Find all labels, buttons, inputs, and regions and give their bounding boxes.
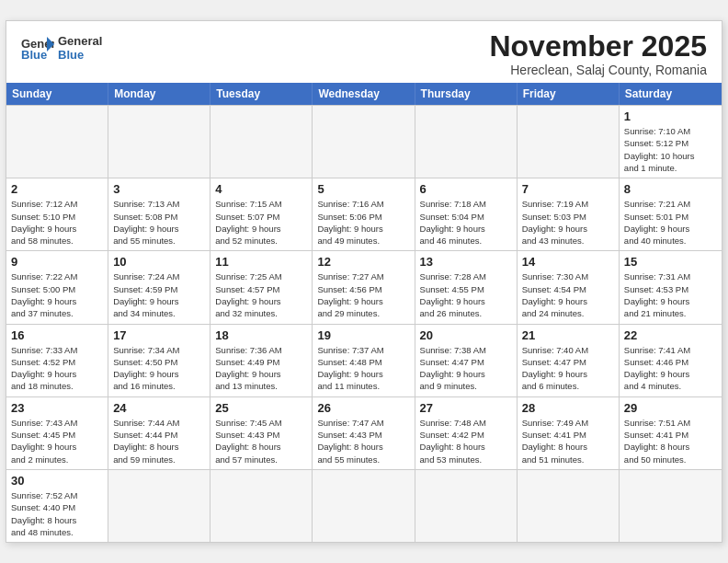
empty-cell [415,106,518,178]
day-number: 17 [113,328,205,342]
day-cell-19: 19Sunrise: 7:37 AMSunset: 4:48 PMDayligh… [313,325,415,397]
cell-info: Sunrise: 7:19 AMSunset: 5:03 PMDaylight:… [522,198,614,247]
day-number: 13 [420,255,512,269]
day-number: 21 [522,328,614,342]
day-cell-22: 22Sunrise: 7:41 AMSunset: 4:46 PMDayligh… [620,325,722,397]
day-cell-14: 14Sunrise: 7:30 AMSunset: 4:54 PMDayligh… [518,251,620,324]
day-number: 9 [11,255,103,269]
empty-cell [210,106,313,178]
day-cell-9: 9Sunrise: 7:22 AMSunset: 5:00 PMDaylight… [6,251,108,324]
day-number: 8 [624,182,717,196]
day-number: 22 [624,328,717,342]
svg-text:Blue: Blue [21,48,47,61]
day-cell-26: 26Sunrise: 7:47 AMSunset: 4:43 PMDayligh… [313,397,415,470]
cell-info: Sunrise: 7:36 AMSunset: 4:49 PMDaylight:… [215,344,307,393]
empty-cell [518,106,620,178]
day-cell-15: 15Sunrise: 7:31 AMSunset: 4:53 PMDayligh… [620,251,722,324]
calendar-container: General Blue General Blue November 2025 … [6,20,722,543]
day-number: 15 [624,255,717,269]
day-cell-17: 17Sunrise: 7:34 AMSunset: 4:50 PMDayligh… [108,325,210,397]
day-number: 12 [317,255,409,269]
day-number: 26 [317,401,409,415]
cell-info: Sunrise: 7:21 AMSunset: 5:01 PMDaylight:… [624,198,717,247]
cell-info: Sunrise: 7:49 AMSunset: 4:41 PMDaylight:… [522,417,614,465]
day-number: 2 [11,182,103,196]
day-cell-5: 5Sunrise: 7:16 AMSunset: 5:06 PMDaylight… [313,178,415,251]
day-cell-11: 11Sunrise: 7:25 AMSunset: 4:57 PMDayligh… [210,251,313,324]
calendar-header: General Blue General Blue November 2025 … [6,21,722,83]
empty-cell [620,470,722,542]
cell-info: Sunrise: 7:45 AMSunset: 4:43 PMDaylight:… [215,417,307,465]
cell-info: Sunrise: 7:18 AMSunset: 5:04 PMDaylight:… [420,198,512,247]
day-cell-28: 28Sunrise: 7:49 AMSunset: 4:41 PMDayligh… [518,397,620,470]
cell-info: Sunrise: 7:43 AMSunset: 4:45 PMDaylight:… [11,417,103,465]
day-cell-6: 6Sunrise: 7:18 AMSunset: 5:04 PMDaylight… [415,178,518,251]
day-cell-4: 4Sunrise: 7:15 AMSunset: 5:07 PMDaylight… [210,178,313,251]
cell-info: Sunrise: 7:33 AMSunset: 4:52 PMDaylight:… [11,344,103,393]
day-header-tuesday: Tuesday [210,83,313,105]
cell-info: Sunrise: 7:41 AMSunset: 4:46 PMDaylight:… [624,344,717,393]
day-header-sunday: Sunday [6,83,108,105]
cell-info: Sunrise: 7:27 AMSunset: 4:56 PMDaylight:… [317,270,409,319]
day-number: 20 [420,328,512,342]
day-number: 7 [522,182,614,196]
day-cell-25: 25Sunrise: 7:45 AMSunset: 4:43 PMDayligh… [210,397,313,470]
logo-general: General [58,34,102,48]
day-cell-12: 12Sunrise: 7:27 AMSunset: 4:56 PMDayligh… [313,251,415,324]
cell-info: Sunrise: 7:34 AMSunset: 4:50 PMDaylight:… [113,344,205,393]
day-headers: SundayMondayTuesdayWednesdayThursdayFrid… [6,83,722,105]
day-cell-29: 29Sunrise: 7:51 AMSunset: 4:41 PMDayligh… [620,397,722,470]
empty-cell [108,470,210,542]
location-title: Hereclean, Salaj County, Romania [489,63,707,77]
cell-info: Sunrise: 7:25 AMSunset: 4:57 PMDaylight:… [215,270,307,319]
cell-info: Sunrise: 7:10 AMSunset: 5:12 PMDaylight:… [624,125,717,174]
cell-info: Sunrise: 7:52 AMSunset: 4:40 PMDaylight:… [11,489,103,538]
empty-cell [6,106,108,178]
cell-info: Sunrise: 7:15 AMSunset: 5:07 PMDaylight:… [215,198,307,247]
day-number: 28 [522,401,614,415]
day-number: 18 [215,328,307,342]
cell-info: Sunrise: 7:13 AMSunset: 5:08 PMDaylight:… [113,198,205,247]
day-cell-8: 8Sunrise: 7:21 AMSunset: 5:01 PMDaylight… [620,178,722,251]
cell-info: Sunrise: 7:22 AMSunset: 5:00 PMDaylight:… [11,270,103,319]
logo-icon: General Blue [21,35,54,61]
day-header-monday: Monday [108,83,210,105]
empty-cell [415,470,518,542]
day-number: 6 [420,182,512,196]
day-cell-13: 13Sunrise: 7:28 AMSunset: 4:55 PMDayligh… [415,251,518,324]
day-cell-30: 30Sunrise: 7:52 AMSunset: 4:40 PMDayligh… [6,470,108,542]
calendar-grid: 1Sunrise: 7:10 AMSunset: 5:12 PMDaylight… [6,105,722,542]
empty-cell [313,470,415,542]
day-cell-27: 27Sunrise: 7:48 AMSunset: 4:42 PMDayligh… [415,397,518,470]
day-header-thursday: Thursday [415,83,518,105]
cell-info: Sunrise: 7:44 AMSunset: 4:44 PMDaylight:… [113,417,205,465]
day-number: 4 [215,182,307,196]
cell-info: Sunrise: 7:37 AMSunset: 4:48 PMDaylight:… [317,344,409,393]
day-number: 30 [11,474,103,488]
day-number: 24 [113,401,205,415]
day-cell-1: 1Sunrise: 7:10 AMSunset: 5:12 PMDaylight… [620,106,722,178]
cell-info: Sunrise: 7:16 AMSunset: 5:06 PMDaylight:… [317,198,409,247]
empty-cell [108,106,210,178]
day-cell-16: 16Sunrise: 7:33 AMSunset: 4:52 PMDayligh… [6,325,108,397]
day-number: 5 [317,182,409,196]
day-header-wednesday: Wednesday [313,83,415,105]
day-cell-23: 23Sunrise: 7:43 AMSunset: 4:45 PMDayligh… [6,397,108,470]
logo-blue: Blue [58,48,102,63]
day-cell-10: 10Sunrise: 7:24 AMSunset: 4:59 PMDayligh… [108,251,210,324]
empty-cell [313,106,415,178]
month-title: November 2025 [489,30,707,63]
day-number: 14 [522,255,614,269]
day-number: 16 [11,328,103,342]
day-cell-2: 2Sunrise: 7:12 AMSunset: 5:10 PMDaylight… [6,178,108,251]
day-cell-24: 24Sunrise: 7:44 AMSunset: 4:44 PMDayligh… [108,397,210,470]
day-cell-3: 3Sunrise: 7:13 AMSunset: 5:08 PMDaylight… [108,178,210,251]
day-cell-18: 18Sunrise: 7:36 AMSunset: 4:49 PMDayligh… [210,325,313,397]
day-header-friday: Friday [518,83,620,105]
day-number: 11 [215,255,307,269]
day-cell-21: 21Sunrise: 7:40 AMSunset: 4:47 PMDayligh… [518,325,620,397]
cell-info: Sunrise: 7:28 AMSunset: 4:55 PMDaylight:… [420,270,512,319]
empty-cell [518,470,620,542]
day-number: 19 [317,328,409,342]
cell-info: Sunrise: 7:47 AMSunset: 4:43 PMDaylight:… [317,417,409,465]
